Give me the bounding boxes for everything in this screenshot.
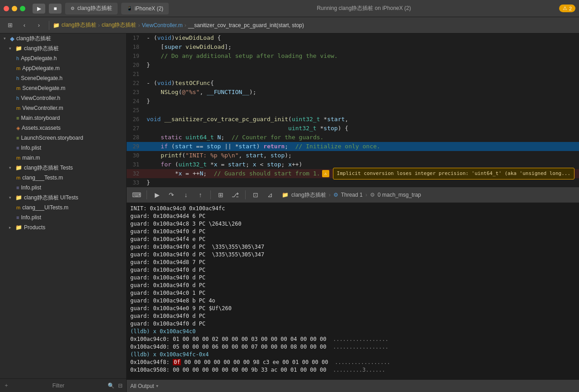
console-line: guard: 0x100ac94f0 d PC [130,266,575,274]
breadcrumb-file[interactable]: ViewController.m [142,22,182,28]
code-line-28: 28 static uint64_t N; // Counter for the… [127,133,579,142]
share-button[interactable]: ⊞ [214,189,227,200]
sidebar-group-3[interactable]: ▾ 📁 clang静态插桩 UITests [0,193,126,203]
sidebar-item-viewcontroller-h[interactable]: h ViewController.h [0,93,126,103]
scheme-tab-2-label: iPhoneX (2) [135,5,163,12]
sidebar-file-label: clang___UITests.m [22,204,68,211]
file-m-icon: m [16,66,20,71]
sidebar-item-uitests-plist[interactable]: ≡ Info.plist [0,213,126,222]
sidebar-item-tests-m[interactable]: m clang___Tests.m [0,173,126,183]
back-button[interactable]: ‹ [18,20,31,31]
sidebar-item-uitests-m[interactable]: m clang___UITests.m [0,203,126,213]
breadcrumb-project-icon[interactable]: 📁 [53,22,60,28]
step-out-button[interactable]: ↑ [194,189,207,200]
warning-icon: ⚠ [563,5,567,11]
console-line: 0x100ac94f8: 0f 00 00 00 00 00 00 00 98 … [130,359,575,366]
sidebar-item-assets[interactable]: ◈ Assets.xcassets [0,123,126,133]
console-line: guard: 0x100ac94c0 1 PC [130,289,575,297]
code-line-26: 26 void __sanitizer_cov_trace_pc_guard_i… [127,115,579,124]
scheme-tab-2[interactable]: 📱 iPhoneX (2) [121,3,169,14]
console-line: guard: 0x100ac94f0 d PC \335\355\305\347 [130,251,575,259]
console-line: guard: 0x100ac94d4 6 PC [130,213,575,220]
console-dropdown-icon[interactable]: ▾ [156,383,158,388]
sidebar-item-scenedelegate-h[interactable]: h SceneDelegate.h [0,73,126,83]
sidebar-item-appdelegate-h[interactable]: h AppDelegate.h [0,53,126,63]
code-line-32: 32 *x = ++N; // Guards should start from… [127,169,579,178]
sidebar-group-4-label: Products [24,224,45,231]
scheme-tab-1[interactable]: ⚙ clang静态插桩 [65,3,118,14]
stop-button[interactable]: ■ [49,4,62,14]
view-hierarchy-button[interactable]: ⊡ [249,189,262,200]
breadcrumb-folder[interactable]: clang静态插桩 [102,21,137,29]
sidebar-file-label: AppDelegate.h [21,55,57,61]
sidebar-item-appdelegate-m[interactable]: m AppDelegate.m [0,63,126,73]
filter-icon-button[interactable]: 🔍 [108,383,114,389]
console-line: guard: 0x100ac94f4 e PC [130,236,575,243]
sidebar-group-3-label: clang静态插桩 UITests [24,194,78,202]
maximize-button[interactable] [20,6,25,11]
minimize-button[interactable] [12,6,17,11]
running-title: Running clang静态插桩 on iPhoneX (2) [172,5,555,12]
sidebar-file-label: LaunchScreen.storyboard [21,135,83,141]
sidebar-file-label: Info.plist [21,145,41,151]
sidebar-item-scenedelegate-m[interactable]: m SceneDelegate.m [0,83,126,93]
breadcrumb-project[interactable]: clang静态插桩 [62,21,96,29]
sidebar-item-main-storyboard[interactable]: ≡ Main.storyboard [0,113,126,123]
group1-chevron: ▾ [9,46,14,51]
debug-thread-icon: ⚙ [333,192,338,198]
sidebar-item-viewcontroller-m[interactable]: m ViewController.m [0,103,126,113]
warning-badge[interactable]: ⚠ 2 [559,5,575,12]
breadcrumb: 📁 clang静态插桩 › clang静态插桩 › ViewController… [53,21,575,29]
sidebar-file-label: main.m [22,155,40,161]
sort-button[interactable]: ⊟ [118,383,123,389]
sidebar-file-label: Info.plist [21,214,41,221]
console-line: guard: 0x100ac94e8 b PC 4o [130,297,575,305]
debug-stack-icon: ⚙ [370,192,375,198]
navigator-toggle-button[interactable]: ⊞ [4,20,16,31]
add-file-button[interactable]: ＋ [4,382,9,389]
forward-button[interactable]: › [33,20,45,31]
code-line-33: 33 } [127,178,579,187]
file-h-icon: h [16,76,19,81]
sidebar-item-tests-plist[interactable]: ≡ Info.plist [0,183,126,193]
console-line: 0x100ac94d0: 05 00 00 00 06 00 00 00 07 … [130,343,575,351]
sidebar-file-label: Assets.xcassets [22,125,61,131]
inspect-button[interactable]: ⎇ [229,189,242,200]
sidebar: ▾ ◆ clang静态插桩 ▾ 📁 clang静态插桩 h AppDelegat… [0,33,127,392]
file-m-icon: m [16,105,20,111]
console-cmd-line: (lldb) x 0x100ac94fc-0x4 [130,351,575,359]
sidebar-item-info-plist[interactable]: ≡ Info.plist [0,143,126,153]
file-h-icon: h [16,95,19,101]
sidebar-group-2[interactable]: ▾ 📁 clang静态插桩 Tests [0,163,126,173]
code-editor[interactable]: 17 - (void)viewDidLoad { 18 [super viewD… [127,33,579,187]
sidebar-root[interactable]: ▾ ◆ clang静态插桩 [0,33,126,43]
console-line: guard: 0x100ac94c8 3 PC \2643L\260 [130,220,575,228]
file-m-icon: m [16,85,20,91]
sidebar-file-label: ViewController.m [22,105,63,111]
run-button[interactable]: ▶ [33,4,45,14]
step-into-button[interactable]: ↓ [180,189,192,200]
console-toggle-button[interactable]: ⌨ [130,189,143,200]
close-button[interactable] [4,6,9,11]
console-cmd-line: (lldb) x 0x100ac94c0 [130,328,575,335]
folder-icon-3: 📁 [15,194,22,201]
sidebar-group-1[interactable]: ▾ 📁 clang静态插桩 [0,43,126,53]
location-button[interactable]: ⊿ [264,189,276,200]
sidebar-group-4[interactable]: ▸ 📁 Products [0,222,126,232]
console[interactable]: INIT: 0x100ac94c0 0x100ac94fc guard: 0x1… [127,203,579,379]
console-line: guard: 0x100ac94f0 d PC \335\355\305\347 [130,243,575,251]
sidebar-item-main-m[interactable]: m main.m [0,153,126,163]
console-line: 0x100ac9508: 00 00 00 00 00 00 00 00 9b … [130,366,575,374]
group3-chevron: ▾ [9,195,14,200]
breadcrumb-func[interactable]: __sanitizer_cov_trace_pc_guard_init(star… [188,22,304,28]
console-footer: All Output ▾ [127,379,579,392]
continue-button[interactable]: ▶ [151,189,163,200]
debug-project-icon: 📁 [282,192,289,198]
code-line-23: 23 NSLog(@"%s", __FUNCTION__); [127,88,579,97]
step-over-button[interactable]: ↷ [165,189,178,200]
console-line: guard: 0x100ac94e0 9 PC $Uf\260 [130,305,575,312]
plist-icon: ≡ [16,145,19,151]
sidebar-file-label: SceneDelegate.h [21,75,62,81]
folder-icon-1: 📁 [15,45,22,52]
sidebar-item-launchscreen[interactable]: ≡ LaunchScreen.storyboard [0,133,126,143]
